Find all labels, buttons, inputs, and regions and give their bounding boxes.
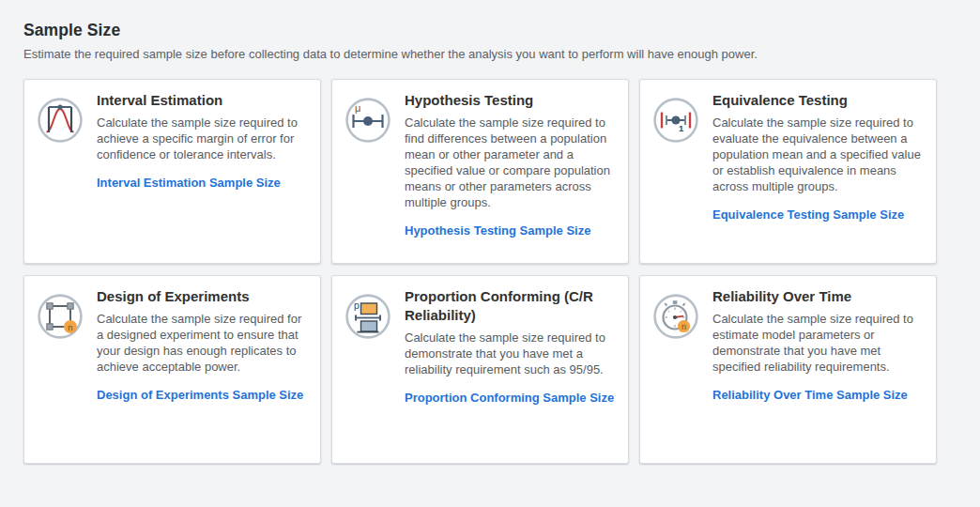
page-title: Sample Size — [23, 21, 957, 40]
svg-text:1: 1 — [679, 123, 684, 133]
card-proportion-conforming: p Proportion Conforming (C/R Reliability… — [331, 275, 629, 464]
interval-estimation-icon — [37, 97, 84, 144]
card-description: Calculate the sample size required to de… — [405, 330, 615, 377]
card-description: Calculate the sample size required to ac… — [97, 115, 307, 162]
card-interval-estimation: Interval Estimation Calculate the sample… — [23, 79, 321, 264]
equivalence-testing-sample-size-link[interactable]: Equivalence Testing Sample Size — [712, 207, 904, 222]
sample-size-page: Sample Size Estimate the required sample… — [0, 0, 980, 464]
interval-estimation-sample-size-link[interactable]: Interval Estimation Sample Size — [97, 176, 281, 190]
card-title: Hypothesis Testing — [405, 91, 615, 110]
page-subtitle: Estimate the required sample size before… — [23, 47, 957, 62]
card-design-of-experiments: n Design of Experiments Calculate the sa… — [23, 275, 321, 464]
design-of-experiments-sample-size-link[interactable]: Design of Experiments Sample Size — [97, 388, 303, 402]
card-description: Calculate the sample size required to ev… — [712, 115, 923, 194]
svg-text:n: n — [68, 322, 72, 332]
svg-text:n: n — [681, 322, 686, 331]
svg-text:p: p — [354, 300, 360, 311]
proportion-conforming-sample-size-link[interactable]: Proportion Conforming Sample Size — [405, 391, 614, 405]
card-reliability-over-time: n Reliability Over Time Calculate the sa… — [639, 275, 937, 464]
card-equivalence-testing: 1 Equivalence Testing Calculate the samp… — [639, 79, 937, 264]
card-title: Proportion Conforming (C/R Reliability) — [405, 287, 615, 325]
card-title: Equivalence Testing — [712, 91, 923, 110]
equivalence-testing-icon: 1 — [652, 97, 699, 144]
card-title: Interval Estimation — [97, 91, 307, 110]
hypothesis-testing-icon: μ — [345, 97, 391, 144]
card-description: Calculate the sample size required to es… — [712, 311, 923, 375]
card-description: Calculate the sample size required for a… — [97, 311, 307, 375]
card-hypothesis-testing: μ Hypothesis Testing Calculate the sampl… — [331, 79, 629, 264]
card-description: Calculate the sample size required to fi… — [405, 115, 615, 210]
reliability-over-time-sample-size-link[interactable]: Reliability Over Time Sample Size — [712, 388, 908, 402]
svg-text:μ: μ — [355, 102, 360, 114]
design-of-experiments-icon: n — [37, 293, 84, 340]
proportion-conforming-icon: p — [345, 293, 391, 340]
sample-size-card-grid: Interval Estimation Calculate the sample… — [23, 79, 957, 464]
card-title: Reliability Over Time — [712, 287, 923, 306]
card-title: Design of Experiments — [97, 287, 307, 306]
hypothesis-testing-sample-size-link[interactable]: Hypothesis Testing Sample Size — [405, 223, 590, 238]
reliability-over-time-icon: n — [652, 293, 699, 340]
